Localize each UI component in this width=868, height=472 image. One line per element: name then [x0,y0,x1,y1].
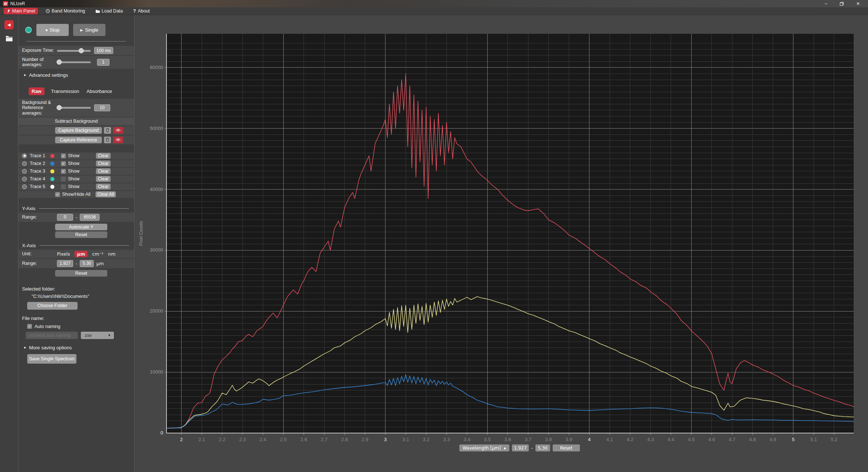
svg-text:4.4: 4.4 [668,437,674,442]
show-checkbox[interactable] [61,154,66,158]
svg-text:2.2: 2.2 [219,437,225,442]
stop-icon: ■ [46,28,47,32]
stop-button[interactable]: ■Stop [36,24,69,36]
clear-button[interactable]: Clear [96,184,111,190]
auto-naming-checkbox[interactable] [27,324,32,329]
chart-x-max-input[interactable]: 5.30 [535,444,550,451]
trace-row-3: Trace 3 Show Clear [18,168,134,175]
x-min-input[interactable]: 1.927 [57,260,73,267]
status-led-icon [25,26,32,33]
show-label: Show [68,169,79,174]
delete-reference-button[interactable] [104,137,111,143]
trace-radio[interactable] [22,177,27,181]
trace-name: Trace 2 [30,161,50,166]
svg-text:4.1: 4.1 [606,437,613,442]
advanced-settings-toggle[interactable]: ► Advanced settings [18,72,134,78]
selected-folder-label: Selected folder: [18,286,134,292]
tab-raw[interactable]: Raw [29,87,44,95]
clear-button[interactable]: Clear [96,161,111,166]
trace-name: Trace 4 [30,176,50,181]
clear-all-button[interactable]: Clear All [96,191,116,197]
save-single-spectrum-button[interactable]: Save Single Spectrum [27,354,76,364]
delete-background-button[interactable] [104,127,111,134]
folder-icon[interactable] [6,35,13,42]
capture-reference-button[interactable]: Capture Reference [55,137,102,143]
capture-reference-row: Capture Reference [18,136,134,144]
clock-icon [46,9,50,13]
trace-row-4: Trace 4 Show Clear [18,176,134,183]
unit-wavenumber[interactable]: cm⁻¹ [92,251,104,257]
svg-text:30000: 30000 [150,247,163,253]
svg-text:2.7: 2.7 [321,437,327,442]
show-hide-all-label: Show/Hide All [62,192,90,197]
chart-x-min-input[interactable]: 1.927 [512,444,529,451]
svg-text:Pixel Counts: Pixel Counts [139,221,144,246]
play-icon: ▶ [80,28,83,32]
x-unit-dropdown[interactable]: Wavelength [μm] ▲ [459,444,509,451]
tab-absorbance[interactable]: Absorbance [86,87,113,95]
unit-pixels[interactable]: Pixels [57,251,70,257]
more-saving-options-toggle[interactable]: ► More saving options [18,345,134,350]
svg-text:3.7: 3.7 [525,437,531,442]
bg-ref-averages-slider[interactable] [57,105,91,110]
restore-button[interactable] [840,2,844,6]
y-range-label: Range: [22,215,57,220]
averages-slider[interactable] [57,60,91,65]
trash-icon [106,128,109,132]
menu-item-band-monitoring[interactable]: Band Monitoring [43,8,88,14]
file-name-input[interactable] [26,332,78,339]
auto-naming-row: Auto naming [18,324,134,329]
exposure-time-value[interactable]: 100 ms [94,47,113,54]
collapse-sidebar-button[interactable]: ◀ [4,20,14,29]
exposure-time-slider[interactable] [57,48,91,53]
menu-item-load-data[interactable]: Load Data [93,8,126,14]
unit-nm[interactable]: nm [108,251,115,257]
trace-color-dot [50,185,54,189]
chart-reset-button[interactable]: Reset [553,444,580,451]
question-icon: ? [133,8,136,14]
x-max-input[interactable]: 5.30 [80,260,94,267]
svg-text:4.8: 4.8 [749,437,756,442]
bg-ref-averages-value[interactable]: 10 [94,104,110,111]
bg-ref-averages-row: Background & Reference averages: 10 [18,99,134,117]
extension-select[interactable]: .csv ▼ [81,332,114,339]
trace-radio[interactable] [22,184,27,189]
capture-background-button[interactable]: Capture Background [55,127,102,134]
trace-radio[interactable] [22,154,27,158]
unit-um[interactable]: μm [75,251,87,257]
menu-item-about[interactable]: ? About [130,8,152,14]
svg-text:0: 0 [161,430,163,436]
y-max-input[interactable]: 65536 [80,214,100,221]
mode-tabs: Raw Transmission Absorbance [18,87,134,95]
averages-value[interactable]: 1 [97,59,110,66]
y-axis-reset-button[interactable]: Reset [55,231,107,238]
clear-button[interactable]: Clear [96,168,111,174]
choose-folder-button[interactable]: Choose Folder [27,302,78,310]
trace-radio[interactable] [22,161,27,166]
x-axis-reset-button[interactable]: Reset [55,270,107,277]
view-background-button[interactable] [113,127,123,134]
clear-button[interactable]: Clear [96,153,111,159]
svg-text:2: 2 [180,437,183,442]
title-bar: W NLIzeR – ✕ [0,0,868,7]
show-checkbox[interactable] [61,169,66,174]
close-button[interactable]: ✕ [856,1,860,6]
subtract-background-button[interactable]: Subtract Background [18,118,134,125]
y-axis-range-row: Range: 0 - 65536 [18,213,134,222]
clear-button[interactable]: Clear [96,176,111,182]
spectrum-plot[interactable]: 22.12.22.32.42.52.62.72.82.933.13.23.33.… [134,15,868,472]
svg-text:3: 3 [384,437,387,442]
show-checkbox[interactable] [61,177,66,181]
show-checkbox[interactable] [61,161,66,166]
single-button[interactable]: ▶Single [73,24,105,36]
autoscale-y-button[interactable]: Autoscale Y [55,224,107,230]
y-min-input[interactable]: 0 [57,214,73,221]
menu-item-main-panel[interactable]: Main Panel [4,8,38,14]
show-hide-all-checkbox[interactable] [55,192,60,197]
trace-radio[interactable] [22,169,27,174]
show-checkbox[interactable] [61,184,66,189]
tab-transmission[interactable]: Transmission [50,87,80,95]
range-dash: - [531,446,533,451]
minimize-button[interactable]: – [825,1,827,6]
view-reference-button[interactable] [113,137,123,143]
